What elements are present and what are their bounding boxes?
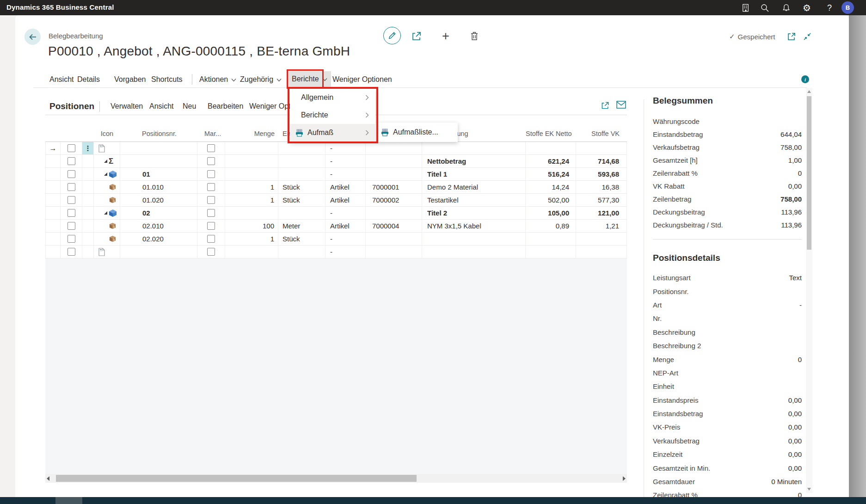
cell-stoffe-ek-netto[interactable]: [526, 246, 576, 258]
back-button[interactable]: [25, 29, 41, 45]
factbox-value[interactable]: 0,00: [788, 423, 802, 431]
cell-stoffe-ek-netto[interactable]: [526, 233, 576, 245]
cell-art[interactable]: -: [326, 207, 366, 219]
factbox-value[interactable]: 0: [798, 356, 802, 363]
cell-einheit[interactable]: [278, 155, 326, 167]
cell-art[interactable]: Artikel: [326, 220, 366, 232]
cell-nr[interactable]: [366, 168, 422, 180]
dropdown-item-aufmass[interactable]: Aufmaß: [290, 124, 375, 141]
cell-menge[interactable]: [225, 207, 278, 219]
cell-beschreibung[interactable]: [422, 142, 526, 154]
positions-neu-button[interactable]: Neu: [183, 102, 196, 111]
cell-beschreibung[interactable]: [422, 246, 526, 258]
row-checkbox[interactable]: [68, 235, 75, 243]
share-list-icon[interactable]: [601, 101, 611, 111]
row-checkbox[interactable]: [68, 144, 75, 152]
mark-checkbox[interactable]: [207, 170, 215, 178]
cell-beschreibung[interactable]: Nettobetrag: [422, 155, 526, 167]
factbox-value[interactable]: 758,00: [780, 195, 802, 203]
factbox-scrollbar-thumb[interactable]: [807, 96, 811, 250]
mail-icon[interactable]: [616, 101, 626, 111]
cell-beschreibung[interactable]: NYM 3x1,5 Kabel: [422, 220, 526, 232]
row-checkbox[interactable]: [68, 183, 75, 191]
scroll-down-arrow-icon[interactable]: [807, 488, 811, 491]
cell-stoffe-vk[interactable]: 577,30: [576, 194, 627, 206]
cell-stoffe-vk[interactable]: 121,00: [576, 207, 627, 219]
mark-checkbox[interactable]: [207, 144, 215, 152]
scroll-up-arrow-icon[interactable]: [807, 90, 811, 93]
scroll-left-arrow-icon[interactable]: [47, 476, 49, 481]
positions-ansicht-button[interactable]: Ansicht: [149, 102, 173, 111]
factbox-value[interactable]: 0,00: [788, 182, 802, 190]
col-header-menge[interactable]: Menge: [225, 130, 278, 141]
factbox-value[interactable]: -: [799, 301, 802, 309]
cell-nr[interactable]: [366, 142, 422, 154]
cell-stoffe-ek-netto[interactable]: 0,89: [526, 220, 576, 232]
cell-positionsnr[interactable]: [120, 155, 197, 167]
row-context-menu-icon[interactable]: ⋮: [85, 144, 92, 153]
factbox-value[interactable]: 113,96: [781, 208, 802, 216]
cell-beschreibung[interactable]: [422, 233, 526, 245]
scroll-right-arrow-icon[interactable]: [623, 476, 626, 481]
tree-expand-icon[interactable]: [104, 211, 107, 215]
cell-stoffe-ek-netto[interactable]: 502,00: [526, 194, 576, 206]
cell-nr[interactable]: [366, 233, 422, 245]
cell-menge[interactable]: [225, 168, 278, 180]
edit-pencil-button[interactable]: [383, 27, 401, 44]
menu-aktionen[interactable]: Aktionen: [199, 73, 236, 86]
add-new-icon[interactable]: +: [440, 30, 452, 42]
cell-art[interactable]: -: [326, 168, 366, 180]
factbox-value[interactable]: 0,00: [788, 437, 802, 445]
share-icon[interactable]: [411, 30, 423, 42]
cell-menge[interactable]: 1: [225, 181, 278, 193]
cell-stoffe-vk[interactable]: 714,68: [576, 155, 627, 167]
horizontal-scrollbar-thumb[interactable]: [56, 475, 417, 482]
row-checkbox[interactable]: [68, 209, 75, 217]
positions-verwalten-button[interactable]: Verwalten: [111, 102, 143, 111]
factbox-value[interactable]: 0,00: [788, 410, 802, 418]
factbox-value[interactable]: Text: [789, 274, 802, 282]
col-header-markiert[interactable]: Mar...: [197, 130, 225, 141]
cell-einheit[interactable]: [278, 168, 326, 180]
cell-nr[interactable]: [366, 246, 422, 258]
cell-stoffe-vk[interactable]: [576, 233, 627, 245]
cell-positionsnr[interactable]: 02.020: [120, 233, 197, 245]
cell-menge[interactable]: [225, 246, 278, 258]
col-header-icon[interactable]: Icon: [94, 130, 120, 141]
mark-checkbox[interactable]: [207, 222, 215, 230]
cell-einheit[interactable]: [278, 246, 326, 258]
cell-beschreibung[interactable]: Demo 2 Material: [422, 181, 526, 193]
horizontal-scrollbar[interactable]: [45, 474, 627, 483]
cell-einheit[interactable]: Stück: [278, 181, 326, 193]
cell-positionsnr[interactable]: 01.010: [120, 181, 197, 193]
cell-nr[interactable]: [366, 155, 422, 167]
factbox-scrollbar[interactable]: [806, 88, 812, 493]
row-checkbox[interactable]: [68, 170, 75, 178]
factbox-value[interactable]: 0,00: [788, 464, 802, 472]
factbox-value[interactable]: 0,00: [788, 396, 802, 404]
submenu-item-aufmassliste[interactable]: Aufmaßliste...: [375, 123, 458, 142]
tree-expand-icon[interactable]: [104, 172, 107, 176]
cell-nr[interactable]: 7000004: [366, 220, 422, 232]
cell-stoffe-vk[interactable]: [576, 142, 627, 154]
factbox-value[interactable]: 0,00: [788, 450, 802, 458]
mark-checkbox[interactable]: [207, 196, 215, 204]
cell-stoffe-ek-netto[interactable]: 516,24: [526, 168, 576, 180]
cell-menge[interactable]: [225, 142, 278, 154]
cell-positionsnr[interactable]: 02.010: [120, 220, 197, 232]
cell-nr[interactable]: [366, 207, 422, 219]
cell-menge[interactable]: 100: [225, 220, 278, 232]
factbox-value[interactable]: 0: [798, 169, 802, 177]
mark-checkbox[interactable]: [207, 157, 215, 165]
dropdown-item-allgemein[interactable]: Allgemein: [290, 89, 375, 106]
menu-shortcuts[interactable]: Shortcuts: [151, 73, 183, 86]
factbox-value[interactable]: 113,96: [781, 221, 802, 229]
collapse-window-icon[interactable]: [803, 32, 812, 41]
mark-checkbox[interactable]: [207, 248, 215, 256]
settings-gear-icon[interactable]: ⚙: [801, 2, 812, 13]
delete-trash-icon[interactable]: [468, 30, 480, 42]
cell-stoffe-vk[interactable]: 1,21: [576, 220, 627, 232]
col-header-positionsnr[interactable]: Positionsnr.: [120, 130, 197, 141]
menu-ansicht[interactable]: Ansicht: [49, 73, 74, 86]
factbox-value[interactable]: 0 Minuten: [771, 478, 802, 486]
